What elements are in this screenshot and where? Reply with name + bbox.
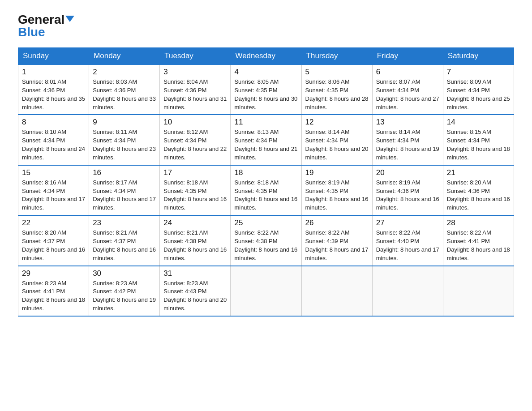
day-cell: 28 Sunrise: 8:22 AM Sunset: 4:41 PM Dayl… xyxy=(443,215,514,265)
day-info: Sunrise: 8:22 AM Sunset: 4:39 PM Dayligh… xyxy=(305,229,369,262)
week-row-3: 15 Sunrise: 8:16 AM Sunset: 4:34 PM Dayl… xyxy=(18,165,514,215)
day-info: Sunrise: 8:22 AM Sunset: 4:40 PM Dayligh… xyxy=(376,229,439,262)
weekday-header-tuesday: Tuesday xyxy=(160,48,231,65)
day-number: 31 xyxy=(163,269,227,278)
header: General Blue xyxy=(18,13,514,39)
day-number: 16 xyxy=(93,168,156,177)
week-row-1: 1 Sunrise: 8:01 AM Sunset: 4:36 PM Dayli… xyxy=(18,64,514,115)
week-row-5: 29 Sunrise: 8:23 AM Sunset: 4:41 PM Dayl… xyxy=(18,266,514,316)
day-info: Sunrise: 8:10 AM Sunset: 4:34 PM Dayligh… xyxy=(22,128,85,162)
day-info: Sunrise: 8:23 AM Sunset: 4:41 PM Dayligh… xyxy=(22,279,85,313)
day-cell: 17 Sunrise: 8:18 AM Sunset: 4:35 PM Dayl… xyxy=(160,165,231,215)
day-info: Sunrise: 8:20 AM Sunset: 4:37 PM Dayligh… xyxy=(22,229,85,262)
day-info: Sunrise: 8:23 AM Sunset: 4:43 PM Dayligh… xyxy=(163,279,227,313)
day-cell: 9 Sunrise: 8:11 AM Sunset: 4:34 PM Dayli… xyxy=(89,115,160,165)
day-number: 20 xyxy=(376,168,439,177)
day-info: Sunrise: 8:23 AM Sunset: 4:42 PM Dayligh… xyxy=(93,279,156,313)
day-info: Sunrise: 8:20 AM Sunset: 4:36 PM Dayligh… xyxy=(447,179,510,212)
day-cell: 5 Sunrise: 8:06 AM Sunset: 4:35 PM Dayli… xyxy=(301,64,372,115)
day-cell: 27 Sunrise: 8:22 AM Sunset: 4:40 PM Dayl… xyxy=(372,215,443,265)
day-number: 8 xyxy=(22,118,85,127)
weekday-header-monday: Monday xyxy=(89,48,160,65)
day-cell: 14 Sunrise: 8:15 AM Sunset: 4:34 PM Dayl… xyxy=(443,115,514,165)
day-info: Sunrise: 8:14 AM Sunset: 4:34 PM Dayligh… xyxy=(376,128,439,162)
day-cell: 12 Sunrise: 8:14 AM Sunset: 4:34 PM Dayl… xyxy=(301,115,372,165)
day-info: Sunrise: 8:09 AM Sunset: 4:34 PM Dayligh… xyxy=(447,78,510,111)
day-number: 18 xyxy=(234,168,297,177)
weekday-header-thursday: Thursday xyxy=(301,48,372,65)
logo-triangle-icon xyxy=(65,16,74,22)
day-cell: 16 Sunrise: 8:17 AM Sunset: 4:34 PM Dayl… xyxy=(89,165,160,215)
day-number: 2 xyxy=(93,68,156,77)
day-info: Sunrise: 8:22 AM Sunset: 4:41 PM Dayligh… xyxy=(447,229,510,262)
logo: General Blue xyxy=(18,13,74,39)
day-info: Sunrise: 8:07 AM Sunset: 4:34 PM Dayligh… xyxy=(376,78,439,111)
day-cell: 2 Sunrise: 8:03 AM Sunset: 4:36 PM Dayli… xyxy=(89,64,160,115)
day-info: Sunrise: 8:05 AM Sunset: 4:35 PM Dayligh… xyxy=(234,78,297,111)
day-number: 27 xyxy=(376,218,439,227)
day-cell: 3 Sunrise: 8:04 AM Sunset: 4:36 PM Dayli… xyxy=(160,64,231,115)
weekday-header-row: SundayMondayTuesdayWednesdayThursdayFrid… xyxy=(18,48,514,65)
day-info: Sunrise: 8:16 AM Sunset: 4:34 PM Dayligh… xyxy=(22,179,85,212)
day-number: 11 xyxy=(234,118,297,127)
day-cell: 23 Sunrise: 8:21 AM Sunset: 4:37 PM Dayl… xyxy=(89,215,160,265)
calendar-table: SundayMondayTuesdayWednesdayThursdayFrid… xyxy=(18,47,514,317)
day-number: 30 xyxy=(93,269,156,278)
day-number: 3 xyxy=(163,68,227,77)
day-number: 23 xyxy=(93,218,156,227)
day-info: Sunrise: 8:04 AM Sunset: 4:36 PM Dayligh… xyxy=(163,78,227,111)
day-cell: 19 Sunrise: 8:19 AM Sunset: 4:35 PM Dayl… xyxy=(301,165,372,215)
day-number: 10 xyxy=(163,118,227,127)
day-info: Sunrise: 8:21 AM Sunset: 4:38 PM Dayligh… xyxy=(163,229,227,262)
weekday-header-wednesday: Wednesday xyxy=(231,48,301,65)
day-cell: 22 Sunrise: 8:20 AM Sunset: 4:37 PM Dayl… xyxy=(18,215,89,265)
day-cell: 24 Sunrise: 8:21 AM Sunset: 4:38 PM Dayl… xyxy=(160,215,231,265)
day-cell xyxy=(443,266,514,316)
day-cell: 30 Sunrise: 8:23 AM Sunset: 4:42 PM Dayl… xyxy=(89,266,160,316)
logo-blue-text: Blue xyxy=(18,26,45,39)
day-info: Sunrise: 8:14 AM Sunset: 4:34 PM Dayligh… xyxy=(305,128,369,162)
day-cell: 4 Sunrise: 8:05 AM Sunset: 4:35 PM Dayli… xyxy=(231,64,301,115)
weekday-header-saturday: Saturday xyxy=(443,48,514,65)
day-cell: 21 Sunrise: 8:20 AM Sunset: 4:36 PM Dayl… xyxy=(443,165,514,215)
week-row-2: 8 Sunrise: 8:10 AM Sunset: 4:34 PM Dayli… xyxy=(18,115,514,165)
day-cell: 18 Sunrise: 8:18 AM Sunset: 4:35 PM Dayl… xyxy=(231,165,301,215)
day-cell: 11 Sunrise: 8:13 AM Sunset: 4:34 PM Dayl… xyxy=(231,115,301,165)
day-cell: 26 Sunrise: 8:22 AM Sunset: 4:39 PM Dayl… xyxy=(301,215,372,265)
day-number: 9 xyxy=(93,118,156,127)
day-cell: 8 Sunrise: 8:10 AM Sunset: 4:34 PM Dayli… xyxy=(18,115,89,165)
week-row-4: 22 Sunrise: 8:20 AM Sunset: 4:37 PM Dayl… xyxy=(18,215,514,265)
day-info: Sunrise: 8:17 AM Sunset: 4:34 PM Dayligh… xyxy=(93,179,156,212)
day-number: 1 xyxy=(22,68,85,77)
day-number: 12 xyxy=(305,118,369,127)
day-cell: 1 Sunrise: 8:01 AM Sunset: 4:36 PM Dayli… xyxy=(18,64,89,115)
day-number: 4 xyxy=(234,68,297,77)
day-number: 13 xyxy=(376,118,439,127)
day-number: 6 xyxy=(376,68,439,77)
day-cell: 25 Sunrise: 8:22 AM Sunset: 4:38 PM Dayl… xyxy=(231,215,301,265)
day-cell xyxy=(301,266,372,316)
day-info: Sunrise: 8:01 AM Sunset: 4:36 PM Dayligh… xyxy=(22,78,85,111)
day-cell: 7 Sunrise: 8:09 AM Sunset: 4:34 PM Dayli… xyxy=(443,64,514,115)
day-number: 19 xyxy=(305,168,369,177)
day-info: Sunrise: 8:06 AM Sunset: 4:35 PM Dayligh… xyxy=(305,78,369,111)
day-number: 25 xyxy=(234,218,297,227)
day-info: Sunrise: 8:22 AM Sunset: 4:38 PM Dayligh… xyxy=(234,229,297,262)
day-cell: 13 Sunrise: 8:14 AM Sunset: 4:34 PM Dayl… xyxy=(372,115,443,165)
day-number: 21 xyxy=(447,168,510,177)
day-number: 26 xyxy=(305,218,369,227)
day-number: 17 xyxy=(163,168,227,177)
day-info: Sunrise: 8:12 AM Sunset: 4:34 PM Dayligh… xyxy=(163,128,227,162)
day-info: Sunrise: 8:18 AM Sunset: 4:35 PM Dayligh… xyxy=(234,179,297,212)
day-cell: 10 Sunrise: 8:12 AM Sunset: 4:34 PM Dayl… xyxy=(160,115,231,165)
day-cell: 29 Sunrise: 8:23 AM Sunset: 4:41 PM Dayl… xyxy=(18,266,89,316)
day-cell: 20 Sunrise: 8:19 AM Sunset: 4:36 PM Dayl… xyxy=(372,165,443,215)
day-number: 5 xyxy=(305,68,369,77)
day-number: 22 xyxy=(22,218,85,227)
day-info: Sunrise: 8:18 AM Sunset: 4:35 PM Dayligh… xyxy=(163,179,227,212)
day-number: 28 xyxy=(447,218,510,227)
day-info: Sunrise: 8:11 AM Sunset: 4:34 PM Dayligh… xyxy=(93,128,156,162)
day-cell: 6 Sunrise: 8:07 AM Sunset: 4:34 PM Dayli… xyxy=(372,64,443,115)
day-number: 15 xyxy=(22,168,85,177)
day-info: Sunrise: 8:15 AM Sunset: 4:34 PM Dayligh… xyxy=(447,128,510,162)
